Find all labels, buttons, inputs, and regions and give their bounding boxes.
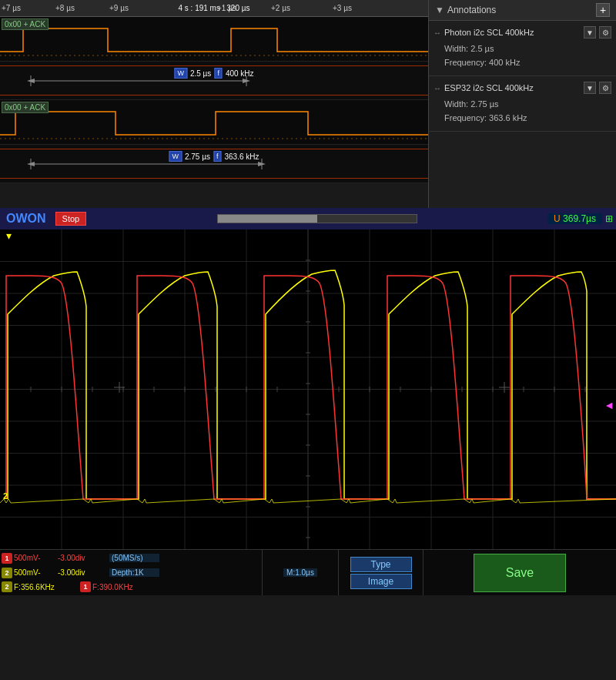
- ch2-marker: 2: [3, 491, 8, 501]
- ch2-measurement-label: W 2.75 µs f 363.6 kHz: [169, 151, 259, 162]
- ch2-badge: 2: [2, 568, 12, 578]
- annotation-dropdown-1[interactable]: ▼: [584, 26, 596, 39]
- oscilloscope-panel: owon Stop U 369.7µs ⊞: [0, 208, 616, 595]
- annotation-arrows-1: ↔: [434, 28, 441, 37]
- annotation-settings-1[interactable]: ⚙: [599, 26, 611, 39]
- annotation-info-1: Width: 2.5 µs Frequency: 400 kHz: [429, 41, 616, 72]
- ch2-bottom-line: [0, 178, 428, 179]
- scope-waveforms-svg: [0, 229, 616, 549]
- freq-status-row: 2 F:356.6KHz 1 F:390.0KHz: [2, 580, 260, 594]
- ch2-f-badge: 2: [2, 581, 12, 592]
- progress-bar: [217, 214, 417, 223]
- triangle-icon: ▼: [435, 5, 444, 15]
- ch1-measurement-row: W 2.5 µs f 400 kHz: [0, 62, 428, 100]
- ch2-digital-waveform: [0, 100, 429, 145]
- ch1-div: -3.00div: [58, 554, 108, 562]
- ch2-measurement-row: W 2.75 µs f 363.6 kHz: [0, 145, 428, 183]
- ch2-depth: Depth:1K: [109, 568, 159, 577]
- m1-w-badge: W: [174, 68, 187, 79]
- channel1-signal-area: 0x00 + ACK: [0, 17, 428, 62]
- ch2-ack-label: 0x00 + ACK: [2, 102, 49, 113]
- annotation-settings-2[interactable]: ⚙: [599, 82, 611, 94]
- m1-f-badge: f: [214, 68, 223, 79]
- scope-time-value: 369.7µs: [563, 213, 596, 224]
- status-left-panel: 1 500mV- -3.00div (50MS/s) 2 500mV- -3.0…: [0, 550, 262, 595]
- m2-f-badge: f: [213, 151, 222, 162]
- ch2-status-row: 2 500mV- -3.00div Depth:1K: [2, 566, 260, 580]
- time-marker-7us: +7 µs: [2, 4, 21, 12]
- annotation-row-1: ↔ Photon i2c SCL 400kHz ▼ ⚙: [429, 24, 616, 41]
- scope-time-icon: U: [554, 213, 561, 224]
- ch2-voltage: 500mV-: [14, 568, 56, 577]
- ch1-status-row: 1 500mV- -3.00div (50MS/s): [2, 551, 260, 565]
- ch1-ack-label: 0x00 + ACK: [2, 18, 49, 30]
- ch1-waveform: [0, 276, 616, 499]
- annotation-group-2: ↔ ESP32 i2c SCL 400kHz ▼ ⚙ Width: 2.75 µ…: [429, 76, 616, 132]
- annotation-name-1: Photon i2c SCL 400kHz: [444, 28, 581, 37]
- m2-w-badge: W: [169, 151, 182, 162]
- ch1-badge: 1: [2, 553, 12, 564]
- stop-button[interactable]: Stop: [55, 212, 87, 226]
- status-middle-panel: M:1.0µs: [262, 550, 339, 595]
- annotation-info-2: Width: 2.75 µs Frequency: 363.6 kHz: [429, 96, 616, 128]
- add-annotation-button[interactable]: +: [596, 3, 610, 17]
- time-marker-8us: +8 µs: [55, 4, 75, 12]
- scope-expand-icon[interactable]: ⊞: [602, 213, 616, 224]
- m1-width-value: 2.5 µs: [190, 69, 211, 78]
- annotation-controls-2: ▼ ⚙: [584, 82, 611, 94]
- m1-freq-value: 400 kHz: [226, 69, 254, 78]
- scope-header: owon Stop U 369.7µs ⊞: [0, 208, 616, 229]
- annotation-group-1: ↔ Photon i2c SCL 400kHz ▼ ⚙ Width: 2.5 µ…: [429, 21, 616, 76]
- time-base-label: M:1.0µs: [283, 568, 317, 577]
- ch1-sample-rate: (50MS/s): [109, 554, 159, 562]
- ch1-measurement-label: W 2.5 µs f 400 kHz: [174, 68, 253, 79]
- annotation-row-2: ↔ ESP32 i2c SCL 400kHz ▼ ⚙: [429, 79, 616, 96]
- annotation-dropdown-2[interactable]: ▼: [584, 82, 596, 94]
- scope-status-bar: 1 500mV- -3.00div (50MS/s) 2 500mV- -3.0…: [0, 549, 616, 595]
- type-button[interactable]: Type: [350, 557, 412, 572]
- image-button[interactable]: Image: [350, 574, 412, 589]
- annotations-title: ▼ Annotations: [435, 5, 496, 15]
- time-marker-3us: +3 µs: [333, 4, 352, 12]
- ch1-bottom-line: [0, 95, 428, 95]
- annotation-width-1: Width: 2.5 µs: [444, 42, 610, 56]
- m2-width-value: 2.75 µs: [185, 152, 210, 161]
- owon-logo: owon: [0, 212, 52, 226]
- status-type-panel: Type Image: [339, 550, 424, 595]
- ch1-voltage: 500mV-: [14, 554, 56, 562]
- ch1-freq: F:390.0KHz: [92, 583, 133, 591]
- time-ruler: 4 s : 191 ms : 320 µs +7 µs +8 µs +9 µs …: [0, 0, 428, 17]
- annotation-controls-1: ▼ ⚙: [584, 26, 611, 39]
- ch2-div: -3.00div: [58, 568, 108, 577]
- cursor-marker-top: ▾: [6, 229, 12, 242]
- annotations-panel: ▼ Annotations + ↔ Photon i2c SCL 400kHz …: [429, 0, 616, 208]
- ch1-top-line: [0, 65, 428, 66]
- save-btn-area: 1 ⌐ 780mV Save: [424, 550, 616, 595]
- time-marker-1us: +1 µs: [217, 4, 236, 12]
- ch2-waveform: [0, 270, 616, 499]
- m2-freq-value: 363.6 kHz: [225, 152, 259, 161]
- channel2-signal-area: 0x00 + ACK: [0, 100, 428, 145]
- ch1-f-badge: 1: [80, 581, 91, 592]
- annotation-arrows-2: ↔: [434, 84, 441, 92]
- scope-time-display: U 369.7µs: [547, 213, 602, 224]
- annotations-title-text: Annotations: [447, 5, 496, 15]
- scope-header-center: [86, 214, 547, 223]
- progress-bar-fill: [218, 215, 317, 223]
- ch2-top-line: [0, 149, 428, 149]
- annotation-freq-1: Frequency: 400 kHz: [444, 56, 610, 70]
- annotation-freq-2: Frequency: 363.6 kHz: [444, 112, 610, 126]
- save-button[interactable]: Save: [474, 554, 566, 592]
- time-marker-9us: +9 µs: [109, 4, 129, 12]
- scope-grid: 2 ◄ ▾: [0, 229, 616, 549]
- annotations-header: ▼ Annotations +: [429, 0, 616, 21]
- annotation-width-2: Width: 2.75 µs: [444, 98, 610, 112]
- ch1-digital-waveform: [0, 17, 429, 62]
- time-center-display: 4 s : 191 ms : 320 µs: [175, 4, 253, 12]
- trigger-arrow-marker: ◄: [604, 399, 614, 411]
- ch2-freq: F:356.6KHz: [14, 583, 75, 591]
- time-marker-2us: +2 µs: [271, 4, 290, 12]
- annotation-name-2: ESP32 i2c SCL 400kHz: [444, 83, 581, 92]
